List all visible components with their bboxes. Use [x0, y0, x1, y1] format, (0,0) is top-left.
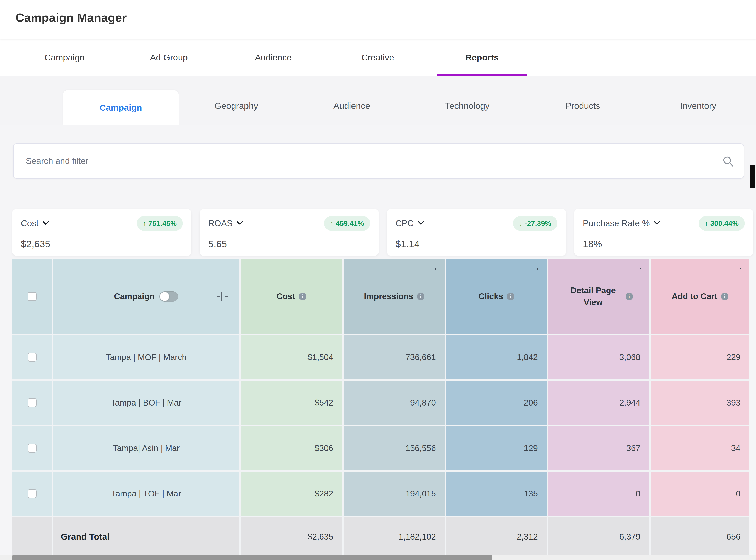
- grand-total-add-to-cart: 656: [651, 517, 750, 556]
- chevron-down-icon: [654, 218, 660, 225]
- kpi-delta-badge: ↑ 300.44%: [699, 216, 745, 231]
- header-campaign[interactable]: Campaign: [53, 259, 239, 334]
- app-header: Campaign Manager: [0, 0, 756, 39]
- header-detail-page-view[interactable]: → Detail Page View i: [548, 259, 649, 334]
- table-row: Tampa| Asin | Mar $306 156,556 129 367 3…: [12, 426, 750, 470]
- kpi-card-roas: ROAS ↑ 459.41% 5.65: [200, 209, 379, 256]
- column-arrow-icon[interactable]: →: [530, 262, 541, 272]
- delta-arrow-icon: ↑: [143, 219, 146, 227]
- kpi-card-row: Cost ↑ 751.45% $2,635 ROAS ↑ 459.41% 5.6…: [12, 209, 753, 256]
- header-checkbox-cell: [12, 259, 52, 334]
- kpi-value: $1.14: [396, 238, 558, 249]
- kpi-label: Cost: [21, 218, 39, 228]
- kpi-delta-value: 459.41%: [336, 219, 364, 227]
- impressions-cell: 94,870: [343, 381, 445, 424]
- column-arrow-icon[interactable]: →: [633, 262, 643, 272]
- row-checkbox-cell: [12, 426, 52, 470]
- search-bar: [13, 143, 744, 179]
- report-tab-label: Geography: [214, 101, 258, 111]
- row-checkbox-cell: [12, 381, 52, 424]
- header-cost[interactable]: Cost i: [240, 259, 342, 334]
- main-tab-campaign[interactable]: Campaign: [12, 39, 117, 76]
- main-tab-label: Reports: [465, 53, 499, 62]
- main-tab-ad-group[interactable]: Ad Group: [117, 39, 221, 76]
- report-tab-label: Audience: [334, 101, 370, 111]
- cost-column-label: Cost: [277, 292, 295, 301]
- campaign-toggle-switch[interactable]: [160, 292, 178, 302]
- horizontal-scrollbar-thumb[interactable]: [12, 556, 492, 560]
- cost-cell: $542: [240, 381, 342, 424]
- row-checkbox[interactable]: [28, 489, 37, 498]
- kpi-label: Purchase Rate %: [583, 218, 650, 228]
- impressions-cell: 194,015: [343, 472, 445, 516]
- select-all-checkbox[interactable]: [28, 292, 37, 301]
- info-icon[interactable]: i: [417, 293, 424, 300]
- impressions-cell: 156,556: [343, 426, 445, 470]
- column-arrow-icon[interactable]: →: [733, 262, 743, 272]
- delta-arrow-icon: ↑: [330, 219, 334, 227]
- kpi-metric-selector[interactable]: Cost: [21, 218, 47, 228]
- header-impressions[interactable]: → Impressions i: [343, 259, 445, 334]
- kpi-delta-badge: ↑ 459.41%: [324, 216, 370, 231]
- clicks-cell: 1,842: [446, 335, 547, 379]
- grand-total-cost: $2,635: [240, 517, 342, 556]
- search-icon[interactable]: [722, 155, 734, 167]
- chevron-down-icon: [43, 218, 49, 225]
- report-tab-audience[interactable]: Audience: [294, 87, 410, 125]
- campaign-name-cell[interactable]: Tampa | MOF | March: [53, 335, 239, 379]
- main-tab-bar: Campaign Ad Group Audience Creative Repo…: [0, 39, 756, 76]
- campaign-name-cell[interactable]: Tampa | BOF | Mar: [53, 381, 239, 424]
- main-tab-creative[interactable]: Creative: [326, 39, 430, 76]
- kpi-delta-value: -27.39%: [525, 219, 551, 227]
- report-tab-products[interactable]: Products: [525, 87, 640, 125]
- clicks-column-label: Clicks: [479, 292, 503, 301]
- row-checkbox[interactable]: [28, 398, 37, 407]
- info-icon[interactable]: i: [721, 293, 728, 300]
- main-tab-label: Audience: [255, 53, 292, 62]
- info-icon[interactable]: i: [507, 293, 514, 300]
- main-tab-label: Campaign: [44, 53, 85, 62]
- page-title: Campaign Manager: [16, 11, 127, 24]
- kpi-card-cpc: CPC ↓ -27.39% $1.14: [387, 209, 566, 256]
- row-checkbox[interactable]: [28, 444, 37, 453]
- grand-total-checkbox-cell: [12, 517, 52, 556]
- report-tab-label: Products: [565, 101, 600, 111]
- report-tab-technology[interactable]: Technology: [410, 87, 525, 125]
- delta-arrow-icon: ↓: [519, 219, 523, 227]
- kpi-metric-selector[interactable]: Purchase Rate %: [583, 218, 658, 228]
- info-icon[interactable]: i: [299, 293, 306, 300]
- header-clicks[interactable]: → Clicks i: [446, 259, 547, 334]
- cost-cell: $1,504: [240, 335, 342, 379]
- row-checkbox[interactable]: [28, 353, 37, 362]
- kpi-metric-selector[interactable]: CPC: [396, 218, 422, 228]
- main-tab-label: Ad Group: [150, 53, 188, 62]
- kpi-metric-selector[interactable]: ROAS: [208, 218, 241, 228]
- kpi-value: 5.65: [208, 238, 370, 249]
- header-add-to-cart[interactable]: → Add to Cart i: [651, 259, 750, 334]
- report-tab-inventory[interactable]: Inventory: [640, 87, 756, 125]
- grand-total-clicks: 2,312: [446, 517, 547, 556]
- detail-page-view-cell: 2,944: [548, 381, 649, 424]
- impressions-column-label: Impressions: [364, 292, 414, 301]
- kpi-value: 18%: [583, 238, 745, 249]
- main-tab-reports[interactable]: Reports: [430, 39, 534, 76]
- toggle-knob: [160, 292, 169, 301]
- campaign-column-label: Campaign: [114, 292, 154, 301]
- kpi-label: CPC: [396, 218, 414, 228]
- detail-page-view-column-label: Detail Page View: [565, 285, 622, 308]
- main-tab-audience[interactable]: Audience: [221, 39, 326, 76]
- report-tab-campaign[interactable]: Campaign: [63, 90, 178, 125]
- table-row: Tampa | TOF | Mar $282 194,015 135 0 0: [12, 472, 750, 516]
- column-resize-icon[interactable]: [216, 291, 229, 302]
- vertical-scrollbar-thumb[interactable]: [750, 165, 755, 188]
- column-arrow-icon[interactable]: →: [428, 262, 439, 272]
- horizontal-scrollbar[interactable]: [0, 555, 756, 560]
- campaign-name-cell[interactable]: Tampa| Asin | Mar: [53, 426, 239, 470]
- report-tab-geography[interactable]: Geography: [178, 87, 294, 125]
- add-to-cart-column-label: Add to Cart: [672, 292, 717, 301]
- chevron-down-icon: [237, 218, 243, 225]
- campaign-name-cell[interactable]: Tampa | TOF | Mar: [53, 472, 239, 516]
- kpi-value: $2,635: [21, 238, 183, 249]
- search-input[interactable]: [14, 144, 743, 178]
- info-icon[interactable]: i: [626, 293, 633, 300]
